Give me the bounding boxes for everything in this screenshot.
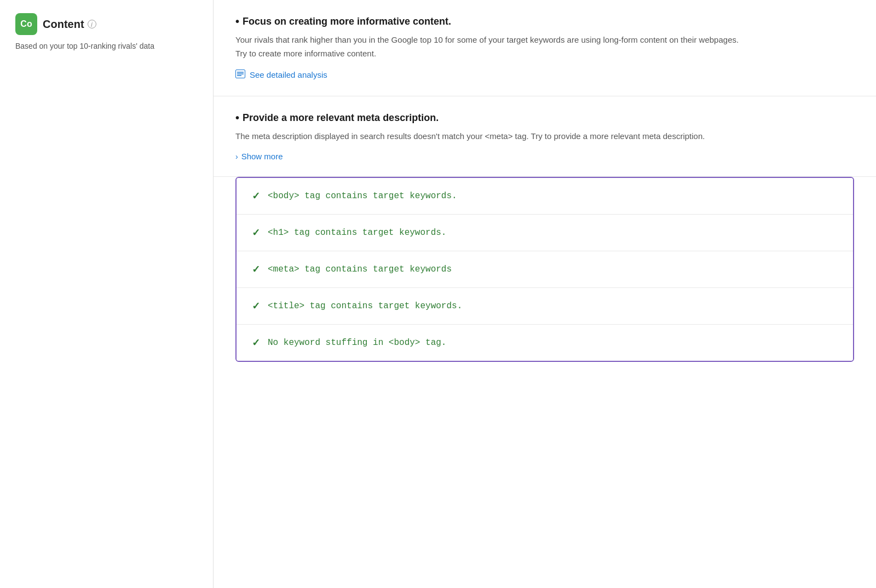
see-detailed-analysis-link[interactable]: See detailed analysis xyxy=(250,70,327,79)
checklist-item: ✓<h1> tag contains target keywords. xyxy=(237,215,853,251)
sidebar-header: Co Content i xyxy=(15,13,198,35)
sidebar-title-row: Content i xyxy=(43,18,96,31)
check-icon: ✓ xyxy=(252,263,260,275)
main-content: • Focus on creating more informative con… xyxy=(214,0,876,588)
section1-title: • Focus on creating more informative con… xyxy=(235,15,854,28)
sidebar: Co Content i Based on your top 10-rankin… xyxy=(0,0,214,588)
checklist-item-text: No keyword stuffing in <body> tag. xyxy=(268,338,446,348)
checklist-item-text: <title> tag contains target keywords. xyxy=(268,301,462,311)
checklist-item: ✓<title> tag contains target keywords. xyxy=(237,288,853,325)
content-icon: Co xyxy=(15,13,37,35)
check-icon: ✓ xyxy=(252,190,260,202)
section-informative-content: • Focus on creating more informative con… xyxy=(214,0,876,96)
checklist-box: ✓<body> tag contains target keywords.✓<h… xyxy=(235,177,854,362)
checklist-item: ✓<meta> tag contains target keywords xyxy=(237,251,853,288)
info-icon[interactable]: i xyxy=(88,20,96,28)
sidebar-subtitle: Based on your top 10-ranking rivals' dat… xyxy=(15,41,198,52)
show-more-row: › Show more xyxy=(235,152,854,161)
section2-body: The meta description displayed in search… xyxy=(235,130,854,143)
check-icon: ✓ xyxy=(252,300,260,312)
checklist-item-text: <body> tag contains target keywords. xyxy=(268,191,457,201)
checklist-item-text: <meta> tag contains target keywords xyxy=(268,264,452,274)
section1-link-row: See detailed analysis xyxy=(235,70,854,80)
chevron-right-icon: › xyxy=(235,152,238,161)
bullet1: • xyxy=(235,15,239,28)
checklist-item: ✓<body> tag contains target keywords. xyxy=(237,178,853,215)
section1-body: Your rivals that rank higher than you in… xyxy=(235,33,854,61)
section2-title-text: Provide a more relevant meta description… xyxy=(243,112,439,124)
analysis-link-icon xyxy=(235,70,245,80)
checklist-section: ✓<body> tag contains target keywords.✓<h… xyxy=(214,177,876,362)
bullet2: • xyxy=(235,112,239,124)
section2-title: • Provide a more relevant meta descripti… xyxy=(235,112,854,124)
check-icon: ✓ xyxy=(252,227,260,239)
show-more-link[interactable]: Show more xyxy=(241,152,283,161)
checklist-item-text: <h1> tag contains target keywords. xyxy=(268,228,446,238)
page-wrapper: Co Content i Based on your top 10-rankin… xyxy=(0,0,876,588)
checklist-item: ✓No keyword stuffing in <body> tag. xyxy=(237,325,853,361)
sidebar-title: Content xyxy=(43,18,84,31)
section1-title-text: Focus on creating more informative conte… xyxy=(243,16,451,27)
check-icon: ✓ xyxy=(252,337,260,349)
section-meta-description: • Provide a more relevant meta descripti… xyxy=(214,96,876,177)
